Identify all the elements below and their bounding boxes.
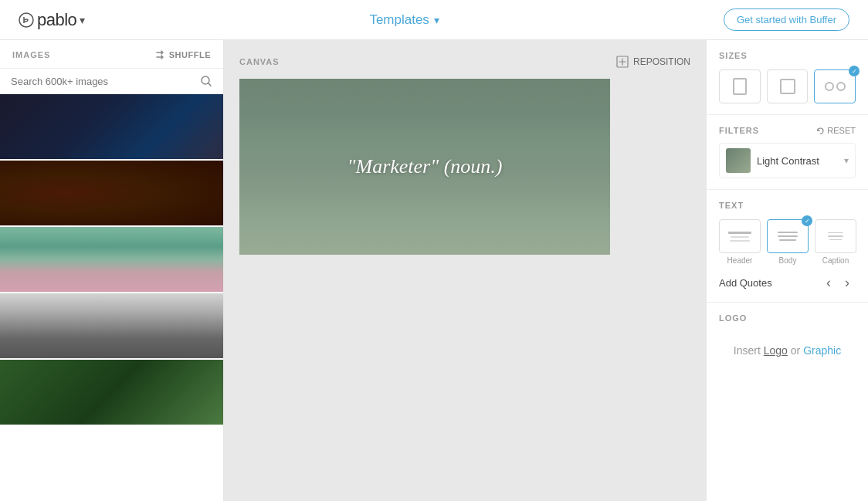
header-line-3 xyxy=(730,240,750,242)
search-icon-button[interactable] xyxy=(200,75,212,87)
filters-section: FILTERS RESET Light Contrast ▾ xyxy=(707,115,868,190)
insert-plain: Insert xyxy=(734,344,764,357)
list-item[interactable] xyxy=(0,227,223,293)
size-landscape-button[interactable]: ✓ xyxy=(814,69,856,103)
size-square-button[interactable] xyxy=(767,69,809,103)
logo-chevron-icon[interactable]: ▾ xyxy=(80,14,85,26)
main-layout: IMAGES SHUFFLE xyxy=(0,40,868,501)
canvas-toolbar: CANVAS REPOSITION xyxy=(239,56,690,68)
templates-button[interactable]: Templates ▾ xyxy=(369,12,439,28)
get-started-button[interactable]: Get started with Buffer xyxy=(724,8,849,31)
landscape-icon xyxy=(825,82,846,91)
insert-logo-word: Logo xyxy=(764,344,788,357)
right-panel: SIZES ✓ xyxy=(706,40,868,501)
body-label: Body xyxy=(779,256,797,265)
header-line-1 xyxy=(728,232,751,234)
reposition-button[interactable]: REPOSITION xyxy=(616,56,690,68)
reposition-label: REPOSITION xyxy=(633,56,690,67)
canvas-wrapper[interactable]: "Marketer" (noun.) xyxy=(239,79,610,255)
text-option-header: Header xyxy=(719,219,761,265)
templates-chevron-icon: ▾ xyxy=(434,14,439,26)
header-label: Header xyxy=(727,256,753,265)
logo-section: LOGO Insert Logo or Graphic xyxy=(707,303,868,378)
sizes-title: SIZES xyxy=(719,51,856,60)
canvas-area: CANVAS REPOSITION "Marketer" (noun.) xyxy=(224,40,706,501)
body-line-3 xyxy=(779,239,796,241)
body-line-2 xyxy=(778,235,798,237)
shuffle-icon xyxy=(155,49,166,60)
list-item[interactable] xyxy=(0,360,223,426)
logo-section-title: LOGO xyxy=(719,313,856,323)
templates-label: Templates xyxy=(369,12,429,28)
reset-button[interactable]: RESET xyxy=(816,126,856,135)
portrait-icon xyxy=(733,78,747,95)
canvas-label: CANVAS xyxy=(239,57,280,66)
filter-name: Light Contrast xyxy=(757,155,838,167)
caption-label: Caption xyxy=(822,256,849,265)
search-icon xyxy=(200,75,212,87)
logo-area: pablo ▾ xyxy=(19,10,85,30)
list-item[interactable] xyxy=(0,94,223,161)
text-header-button[interactable] xyxy=(719,219,761,253)
text-section-title: TEXT xyxy=(719,201,856,210)
filter-dropdown[interactable]: Light Contrast ▾ xyxy=(719,143,856,178)
insert-logo-text: Insert Logo or Graphic xyxy=(734,344,841,357)
text-caption-button[interactable] xyxy=(815,219,856,253)
text-option-body: ✓ Body xyxy=(767,219,809,265)
reset-label: RESET xyxy=(827,126,856,135)
add-quotes-row: Add Quotes ‹ › xyxy=(719,274,856,291)
header-line-2 xyxy=(731,236,749,238)
square-icon xyxy=(780,79,795,94)
caption-line-3 xyxy=(829,239,842,241)
svg-point-0 xyxy=(19,13,33,27)
insert-logo-area[interactable]: Insert Logo or Graphic xyxy=(719,333,856,367)
filter-thumbnail xyxy=(726,148,751,173)
insert-or: or xyxy=(788,344,803,357)
filters-title: FILTERS xyxy=(719,126,759,135)
add-quotes-label: Add Quotes xyxy=(719,277,772,289)
sizes-grid: ✓ xyxy=(719,69,856,103)
body-line-1 xyxy=(778,232,798,233)
sizes-section: SIZES ✓ xyxy=(707,40,868,115)
canvas-quote-text: "Marketer" (noun.) xyxy=(348,155,503,178)
check-badge: ✓ xyxy=(849,66,860,76)
app-header: pablo ▾ Templates ▾ Get started with Buf… xyxy=(0,0,868,40)
prev-arrow-button[interactable]: ‹ xyxy=(820,274,837,291)
check-badge-body: ✓ xyxy=(802,215,812,226)
sidebar-header: IMAGES SHUFFLE xyxy=(0,40,223,69)
images-section-title: IMAGES xyxy=(12,50,50,59)
nav-arrows: ‹ › xyxy=(820,274,856,291)
search-bar xyxy=(0,69,223,94)
list-item[interactable] xyxy=(0,293,223,360)
next-arrow-button[interactable]: › xyxy=(839,274,856,291)
logo-icon xyxy=(19,12,34,28)
size-portrait-button[interactable] xyxy=(719,69,761,103)
reposition-icon xyxy=(616,56,629,68)
left-sidebar: IMAGES SHUFFLE xyxy=(0,40,224,501)
text-options-row: Header ✓ Body xyxy=(719,219,856,265)
text-body-button[interactable]: ✓ xyxy=(767,219,809,253)
insert-graphic-word: Graphic xyxy=(803,344,841,357)
logo-text: pablo xyxy=(37,10,76,30)
shuffle-label: SHUFFLE xyxy=(169,50,211,59)
text-option-caption: Caption xyxy=(815,219,856,265)
filters-header: FILTERS RESET xyxy=(719,126,856,135)
shuffle-button[interactable]: SHUFFLE xyxy=(155,49,211,60)
list-item[interactable] xyxy=(0,161,223,227)
text-section: TEXT Header ✓ xyxy=(707,190,868,303)
images-list xyxy=(0,94,223,501)
filter-chevron-icon: ▾ xyxy=(844,155,849,166)
caption-line-2 xyxy=(828,235,843,237)
caption-line-1 xyxy=(828,232,843,234)
search-input[interactable] xyxy=(11,76,194,87)
reset-icon xyxy=(816,127,825,135)
